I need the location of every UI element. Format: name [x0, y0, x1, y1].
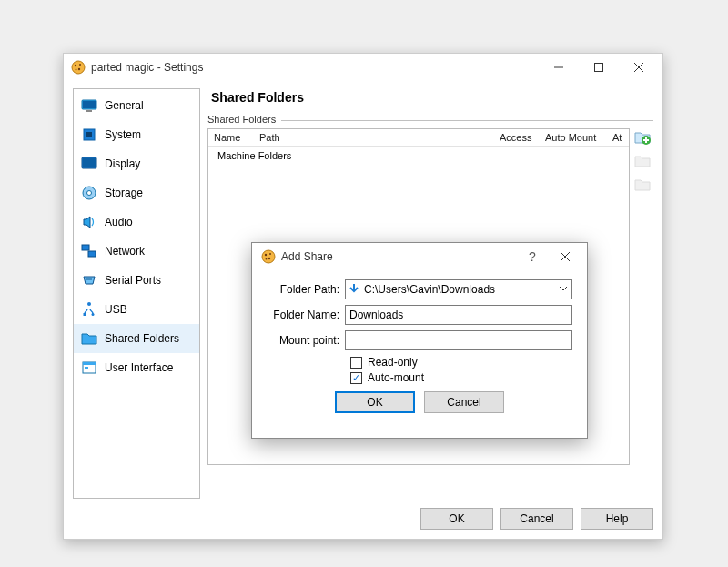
sidebar-item-network[interactable]: Network [74, 237, 199, 266]
dialog-cancel-button[interactable]: Cancel [424, 391, 504, 413]
col-automount[interactable]: Auto Mount [540, 129, 607, 146]
svg-point-3 [78, 68, 80, 70]
folder-path-dropdown[interactable]: C:\Users\Gavin\Downloads [345, 279, 572, 299]
dialog-help-button[interactable]: ? [516, 245, 549, 268]
svg-rect-10 [83, 101, 96, 108]
group-machine-folders[interactable]: Machine Folders [208, 147, 629, 165]
table-header: Name Path Access Auto Mount At [208, 129, 629, 147]
maximize-button[interactable] [579, 55, 619, 80]
svg-point-34 [269, 253, 271, 255]
svg-point-36 [266, 258, 268, 260]
col-name[interactable]: Name [208, 129, 254, 146]
svg-rect-18 [82, 245, 89, 250]
svg-rect-28 [85, 367, 88, 369]
sidebar-item-label: Storage [105, 187, 143, 199]
svg-point-25 [92, 313, 95, 316]
svg-rect-24 [84, 313, 86, 316]
folder-name-label: Folder Name: [267, 309, 345, 321]
chip-icon [81, 127, 97, 143]
svg-point-23 [87, 302, 91, 306]
sidebar-item-general[interactable]: General [74, 91, 199, 120]
svg-rect-13 [86, 132, 92, 137]
svg-point-21 [88, 278, 90, 280]
dialog-close-button[interactable] [549, 245, 581, 268]
sidebar-item-user-interface[interactable]: User Interface [74, 353, 199, 382]
dialog-ok-button[interactable]: OK [335, 391, 415, 413]
add-share-dialog: Add Share ? Folder Path: C:\Users\Gavin\… [251, 242, 588, 439]
cancel-button[interactable]: Cancel [500, 508, 573, 530]
speaker-icon [81, 214, 97, 230]
mount-point-field[interactable] [345, 330, 572, 350]
svg-point-17 [87, 191, 92, 196]
ok-button[interactable]: OK [420, 508, 493, 530]
settings-footer: OK Cancel Help [420, 508, 653, 530]
svg-rect-19 [88, 251, 96, 257]
settings-sidebar: General System Display Storage Audio Net… [73, 88, 200, 499]
help-button[interactable]: Help [581, 508, 653, 530]
sidebar-item-label: User Interface [105, 361, 173, 374]
page-title: Shared Folders [207, 88, 653, 114]
window-title: parted magic - Settings [91, 61, 539, 74]
col-path[interactable]: Path [254, 129, 494, 146]
add-share-button[interactable] [633, 128, 652, 147]
network-icon [81, 243, 97, 259]
chevron-down-icon [559, 283, 568, 296]
app-icon [261, 249, 276, 264]
svg-point-1 [75, 65, 76, 66]
sidebar-item-label: System [105, 128, 141, 141]
folder-path-value: C:\Users\Gavin\Downloads [364, 283, 495, 296]
col-at[interactable]: At [607, 129, 629, 146]
svg-point-33 [265, 254, 267, 256]
sidebar-item-usb[interactable]: USB [74, 295, 199, 324]
dialog-title: Add Share [281, 250, 516, 263]
app-icon [71, 60, 86, 75]
sidebar-item-storage[interactable]: Storage [74, 178, 199, 208]
sidebar-item-label: Serial Ports [105, 274, 161, 287]
window-buttons [539, 55, 659, 80]
serial-icon [81, 272, 97, 289]
display-icon [81, 156, 97, 172]
sidebar-item-label: Audio [105, 216, 133, 228]
svg-rect-27 [83, 362, 96, 365]
sidebar-item-serial-ports[interactable]: Serial Ports [74, 266, 199, 295]
svg-rect-11 [86, 110, 92, 112]
svg-rect-15 [83, 158, 96, 167]
svg-point-4 [76, 69, 77, 71]
monitor-icon [81, 97, 97, 114]
ui-icon [81, 359, 97, 376]
disk-icon [81, 185, 97, 201]
mount-point-label: Mount point: [267, 334, 345, 347]
dialog-titlebar: Add Share ? [252, 243, 587, 270]
read-only-checkbox[interactable] [350, 357, 362, 369]
sidebar-item-shared-folders[interactable]: Shared Folders [74, 324, 199, 353]
svg-point-2 [79, 64, 81, 66]
sidebar-item-label: USB [105, 303, 127, 316]
remove-share-button[interactable] [633, 176, 652, 194]
sidebar-item-label: General [105, 99, 144, 112]
usb-icon [81, 301, 97, 318]
sidebar-item-system[interactable]: System [74, 120, 199, 149]
sidebar-item-audio[interactable]: Audio [74, 208, 199, 237]
folder-icon [81, 330, 97, 347]
auto-mount-label: Auto-mount [368, 371, 424, 384]
auto-mount-checkbox[interactable] [350, 372, 362, 384]
down-arrow-icon [348, 282, 360, 298]
divider [281, 120, 653, 121]
read-only-label: Read-only [368, 356, 418, 369]
svg-point-35 [268, 258, 270, 259]
sidebar-item-label: Display [105, 157, 140, 170]
folder-name-field[interactable] [345, 305, 572, 325]
svg-rect-6 [595, 64, 603, 72]
svg-point-32 [262, 250, 275, 263]
col-access[interactable]: Access [494, 129, 540, 146]
sidebar-item-label: Network [105, 245, 145, 258]
folder-path-label: Folder Path: [267, 283, 345, 296]
sidebar-item-display[interactable]: Display [74, 149, 199, 178]
dialog-body: Folder Path: C:\Users\Gavin\Downloads Fo… [252, 270, 587, 420]
edit-share-button[interactable] [633, 152, 652, 170]
svg-point-22 [90, 278, 92, 280]
titlebar: parted magic - Settings [64, 54, 662, 81]
close-button[interactable] [619, 55, 659, 80]
sidebar-item-label: Shared Folders [105, 332, 179, 345]
minimize-button[interactable] [539, 55, 579, 80]
